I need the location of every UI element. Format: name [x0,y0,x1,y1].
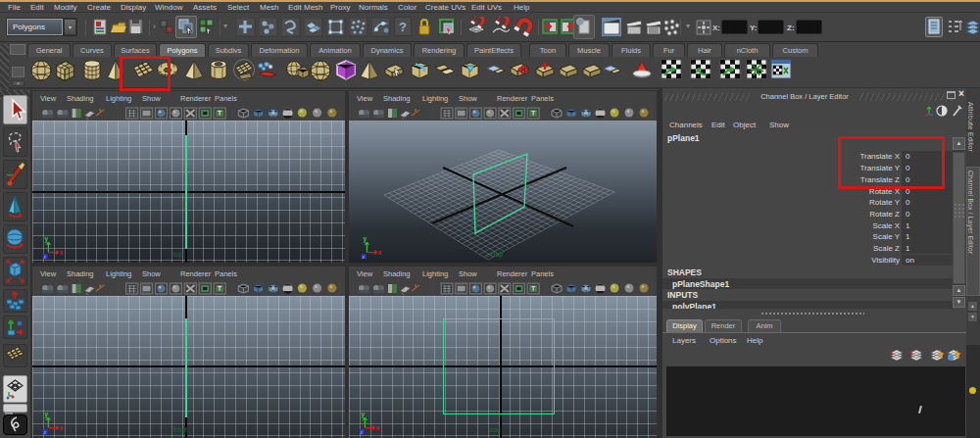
svg-text:x: x [60,249,64,256]
svg-text:x: x [378,249,382,256]
svg-text:x: x [60,424,64,431]
svg-text:x: x [376,424,380,431]
svg-text:z: z [360,429,363,434]
svg-text:z: z [43,254,46,259]
svg-text:z: z [362,254,365,259]
svg-text:z: z [43,429,46,434]
